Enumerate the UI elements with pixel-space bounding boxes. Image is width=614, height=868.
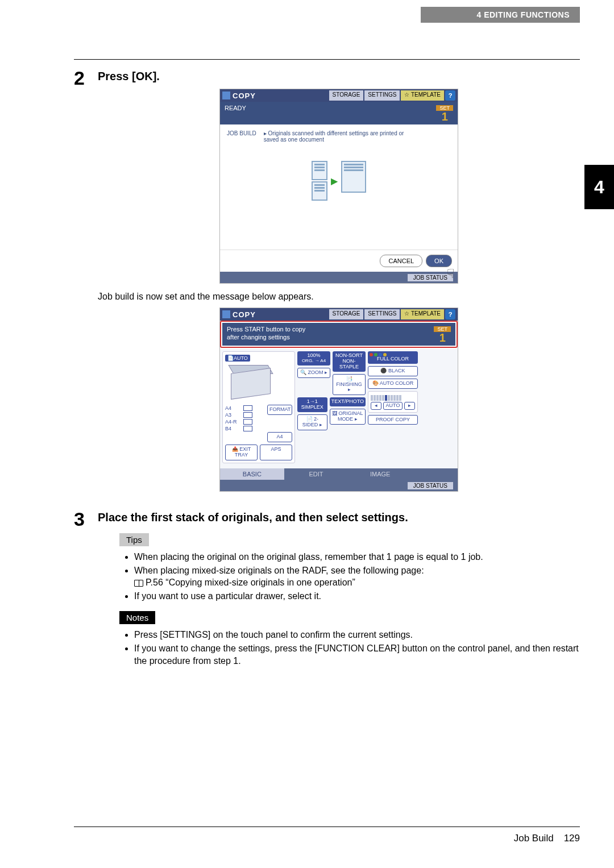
autocolor-button[interactable]: 🎨 AUTO COLOR <box>368 379 418 389</box>
tips-badge: Tips <box>119 533 149 546</box>
paper-a4r[interactable]: A4-R <box>225 418 265 425</box>
textphoto-value[interactable]: TEXT/PHOTO <box>330 397 366 406</box>
black-button[interactable]: ⚫ BLACK <box>368 366 418 376</box>
page-number: 129 <box>564 833 580 844</box>
density-indicator <box>371 395 415 401</box>
step-3-title: Place the first stack of originals, and … <box>98 511 580 524</box>
cancel-button[interactable]: CANCEL <box>380 255 422 267</box>
set-count: 1 <box>434 332 451 343</box>
pointer-finger-icon: ☟ <box>447 267 454 281</box>
jobbuild-label: JOB BUILD <box>227 130 256 136</box>
tab-basic[interactable]: BASIC <box>220 468 284 480</box>
app-title: COPY <box>233 92 256 100</box>
screenshot-jobbuild: COPY STORAGE SETTINGS ☆ TEMPLATE ? READY… <box>219 89 458 284</box>
paper-b4[interactable]: B4 <box>225 425 265 432</box>
app-title: COPY <box>233 310 256 319</box>
status-line2: after changing settings <box>227 333 305 341</box>
header-section: 4 EDITING FUNCTIONS <box>421 7 580 23</box>
twosided-button[interactable]: 📄 2-SIDED ▸ <box>297 414 327 430</box>
step-3: 3 Place the first stack of originals, an… <box>74 509 580 668</box>
set-count: 1 <box>436 111 453 122</box>
note-item: Press [SETTINGS] on the touch panel to c… <box>134 629 580 641</box>
printer-illustration <box>225 363 288 402</box>
step-2-number: 2 <box>74 68 98 492</box>
step-3-number: 3 <box>74 509 98 668</box>
settings-button[interactable]: SETTINGS <box>364 90 400 101</box>
jobstatus-button[interactable]: JOB STATUS <box>408 482 453 489</box>
copy-app-icon <box>222 92 230 99</box>
ok-button[interactable]: OK <box>426 255 452 267</box>
zoom-value[interactable]: 100% ORG. → A4 <box>297 351 330 366</box>
top-rule <box>74 59 580 60</box>
tips-list: When placing the original on the origina… <box>119 551 580 602</box>
step-2-title: Press [OK]. <box>98 70 580 83</box>
paper-a4[interactable]: A4 <box>225 405 265 412</box>
paper-panel: 📄 AUTO A4 A3 A4-R B4 <box>222 351 295 463</box>
copy-app-icon <box>222 310 230 318</box>
zoom-range: ORG. → A4 <box>299 359 329 364</box>
auto-label: AUTO <box>234 355 248 361</box>
status-line1: Press START button to copy <box>227 325 305 333</box>
density-auto[interactable]: AUTO <box>383 402 403 410</box>
aps-button[interactable]: APS <box>260 445 292 460</box>
settings-button[interactable]: SETTINGS <box>364 309 400 319</box>
proofcopy-button[interactable]: PROOF COPY <box>368 415 418 425</box>
notes-badge: Notes <box>119 611 155 624</box>
storage-button[interactable]: STORAGE <box>329 90 364 101</box>
fullcolor-button[interactable]: FULL COLOR <box>368 351 418 364</box>
template-label: TEMPLATE <box>411 92 441 98</box>
chapter-tab: 4 <box>584 165 614 209</box>
exit-tray-button[interactable]: 📤 EXIT TRAY <box>225 445 258 460</box>
tip-text: When placing mixed-size originals on the… <box>134 566 424 575</box>
page-reference: P.56 “Copying mixed-size originals in on… <box>134 578 355 587</box>
highlighted-status: Press START button to copy after changin… <box>220 321 458 348</box>
status-text: READY <box>225 104 246 122</box>
density-up[interactable]: ▸ <box>404 402 415 410</box>
template-button[interactable]: ☆ TEMPLATE <box>401 90 444 101</box>
storage-button[interactable]: STORAGE <box>329 309 364 319</box>
page-footer: Job Build 129 <box>74 827 580 844</box>
jobbuild-description: ▸ Originals scanned with different setti… <box>264 130 412 143</box>
template-button[interactable]: ☆ TEMPLATE <box>401 309 444 319</box>
status-text: Press START button to copy after changin… <box>227 325 305 343</box>
footer-label: Job Build <box>514 833 554 844</box>
tip-item: When placing mixed-size originals on the… <box>134 564 580 589</box>
help-button[interactable]: ? <box>445 90 455 101</box>
format-button[interactable]: FORMAT <box>267 405 292 415</box>
jobstatus-button[interactable]: JOB STATUS <box>408 274 453 281</box>
tab-edit[interactable]: EDIT <box>284 468 349 480</box>
auto-paper[interactable]: 📄 AUTO <box>225 355 250 362</box>
tab-image[interactable]: IMAGE <box>348 468 412 480</box>
paper-a3[interactable]: A3 <box>225 412 265 418</box>
simplex-value[interactable]: 1→1 SIMPLEX <box>297 397 327 412</box>
book-icon <box>134 580 143 587</box>
step-2: 2 Press [OK]. COPY STORAGE SETTINGS ☆ TE… <box>74 68 580 492</box>
originalmode-button[interactable]: 🖼 ORIGINAL MODE ▸ <box>330 409 366 425</box>
finishing-button[interactable]: 📑 FINISHING ▸ <box>333 374 366 396</box>
notes-list: Press [SETTINGS] on the touch panel to c… <box>119 629 580 667</box>
sort-value[interactable]: NON-SORT NON-STAPLE <box>333 351 366 372</box>
zoom-button[interactable]: 🔍 ZOOM ▸ <box>297 368 330 378</box>
jobbuild-illustration: ▶ <box>227 160 451 202</box>
help-button[interactable]: ? <box>445 309 455 319</box>
screenshot-copymain: COPY STORAGE SETTINGS ☆ TEMPLATE ? Press… <box>219 308 458 492</box>
tip-item: When placing the original on the origina… <box>134 551 580 563</box>
template-label: TEMPLATE <box>411 310 441 317</box>
density-down[interactable]: ◂ <box>371 402 381 410</box>
aps-a4[interactable]: A4 <box>267 432 292 442</box>
tip-item: If you want to use a particular drawer, … <box>134 590 580 603</box>
step-2-note: Job build is now set and the message bel… <box>98 292 580 302</box>
note-item: If you want to change the settings, pres… <box>134 642 580 667</box>
